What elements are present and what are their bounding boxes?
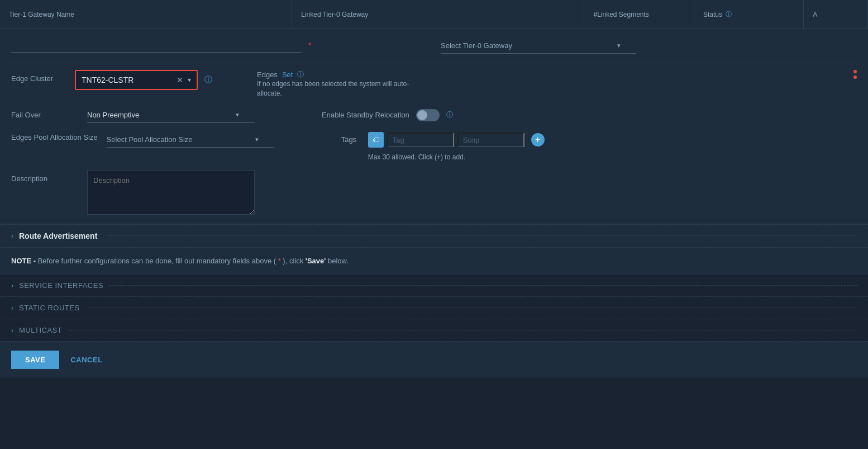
tags-section: Tags 🏷 + Max 30 allowed. Click (+) to ad… [341, 132, 545, 161]
multicast-chevron-icon: › [11, 327, 13, 334]
fail-over-label: Fail Over [11, 111, 78, 119]
edge-cluster-section: Edge Cluster TNT62-CLSTR ✕ ▾ ⓘ Edges Set… [11, 70, 857, 98]
pool-allocation-label: Edges Pool Allocation Size [11, 132, 98, 143]
gateway-form: Red-T1-Gateway * Select Tier-0 Gateway ▾… [0, 29, 868, 224]
multicast-section[interactable]: › MULTICAST [0, 319, 868, 342]
edge-cluster-value: TNT62-CLSTR [82, 75, 172, 84]
standby-info-icon[interactable]: ⓘ [446, 110, 453, 120]
static-routes-title: STATIC ROUTES [19, 304, 80, 312]
scope-input[interactable] [457, 133, 524, 147]
service-interfaces-chevron-icon: › [11, 282, 13, 290]
tier0-chevron-icon: ▾ [617, 42, 621, 49]
description-section: Description [11, 170, 857, 215]
multicast-title: MULTICAST [19, 326, 62, 334]
enable-standby-section: Enable Standby Relocation ⓘ [322, 109, 453, 121]
static-routes-chevron-icon: › [11, 304, 13, 312]
pool-allocation-field: Edges Pool Allocation Size Select Pool A… [11, 132, 274, 148]
tier0-dropdown[interactable]: Select Tier-0 Gateway ▾ [441, 38, 636, 54]
edges-info-icon[interactable]: ⓘ [297, 70, 304, 79]
pool-allocation-dropdown[interactable]: Select Pool Allocation Size ▾ [107, 132, 274, 148]
fail-over-field: Fail Over Non Preemptive ▾ [11, 107, 255, 123]
clear-icon[interactable]: ✕ [177, 75, 183, 84]
col-linked-tier0: Linked Tier-0 Gateway [292, 0, 584, 29]
edge-cluster-info-icon[interactable]: ⓘ [204, 75, 212, 85]
pool-allocation-display[interactable]: Select Pool Allocation Size ▾ [107, 132, 274, 148]
route-advertisement-title: Route Advertisement [19, 231, 97, 240]
edges-title: Edges [257, 70, 278, 79]
multicast-line [68, 330, 857, 330]
edges-header: Edges Set ⓘ [257, 70, 413, 79]
edges-content: Edges Set ⓘ If no edges has been selecte… [257, 70, 413, 98]
red-dots [853, 70, 857, 79]
service-interfaces-section[interactable]: › SERVICE INTERFACES [0, 275, 868, 297]
tier0-gateway-group: Select Tier-0 Gateway ▾ [441, 38, 857, 54]
tag-add-button[interactable]: + [531, 133, 545, 146]
edges-section: Edges Set ⓘ If no edges has been selecte… [257, 70, 857, 98]
edge-cluster-input-wrapper: TNT62-CLSTR ✕ ▾ ⓘ [75, 70, 212, 90]
col-extra: A [804, 0, 868, 29]
route-chevron-icon: › [11, 232, 13, 240]
cancel-button[interactable]: CANCEL [70, 351, 102, 369]
gateway-name-row: Red-T1-Gateway * Select Tier-0 Gateway ▾ [11, 38, 857, 54]
toggle-knob [417, 110, 427, 120]
static-routes-line [85, 308, 857, 308]
gateway-name-group: Red-T1-Gateway * [11, 38, 427, 53]
description-label: Description [11, 170, 78, 183]
route-divider-line [107, 235, 857, 236]
table-header: Tier-1 Gateway Name Linked Tier-0 Gatewa… [0, 0, 868, 29]
set-link[interactable]: Set [282, 70, 293, 79]
note-section: NOTE - Before further configurations can… [0, 248, 868, 275]
pool-chevron-icon: ▾ [255, 136, 259, 143]
edge-cluster-left: Edge Cluster TNT62-CLSTR ✕ ▾ ⓘ [11, 70, 212, 90]
fail-over-chevron-icon: ▾ [236, 111, 239, 119]
edge-cluster-label: Edge Cluster [11, 70, 67, 83]
enable-standby-label: Enable Standby Relocation [322, 111, 409, 119]
bottom-actions: SAVE CANCEL [0, 342, 868, 378]
enable-standby-toggle[interactable] [416, 109, 440, 121]
tag-icon: 🏷 [368, 132, 384, 148]
edges-note: If no edges has been selected the system… [257, 79, 413, 98]
col-tier1-name: Tier-1 Gateway Name [0, 0, 292, 29]
fail-over-row: Fail Over Non Preemptive ▾ Enable Standb… [11, 107, 857, 123]
fail-over-display[interactable]: Non Preemptive ▾ [87, 107, 255, 123]
red-dot-2 [853, 75, 857, 79]
col-linked-segments: #Linked Segments [584, 0, 694, 29]
gateway-name-input[interactable]: Red-T1-Gateway [11, 38, 302, 53]
route-advertisement-section[interactable]: › Route Advertisement [0, 224, 868, 248]
info-icon: ⓘ [726, 10, 732, 18]
service-interfaces-line [109, 285, 857, 286]
tags-note: Max 30 allowed. Click (+) to add. [368, 153, 545, 161]
col-status: Status ⓘ [694, 0, 804, 29]
save-button[interactable]: SAVE [11, 351, 59, 369]
note-label: NOTE - Before further configurations can… [11, 257, 349, 265]
required-star: * [308, 41, 311, 50]
static-routes-section[interactable]: › STATIC ROUTES [0, 297, 868, 319]
service-interfaces-title: SERVICE INTERFACES [19, 281, 103, 290]
fail-over-dropdown[interactable]: Non Preemptive ▾ [87, 107, 255, 123]
edge-cluster-input-box[interactable]: TNT62-CLSTR ✕ ▾ [75, 70, 198, 90]
red-dot-1 [853, 70, 857, 73]
tags-input-row: 🏷 + [368, 132, 545, 148]
description-textarea[interactable] [87, 170, 255, 215]
tag-input[interactable] [387, 133, 454, 147]
tags-label: Tags [341, 135, 364, 144]
tags-row: Tags 🏷 + [341, 132, 545, 148]
chevron-down-icon[interactable]: ▾ [188, 76, 191, 84]
pool-tags-row: Edges Pool Allocation Size Select Pool A… [11, 132, 857, 161]
